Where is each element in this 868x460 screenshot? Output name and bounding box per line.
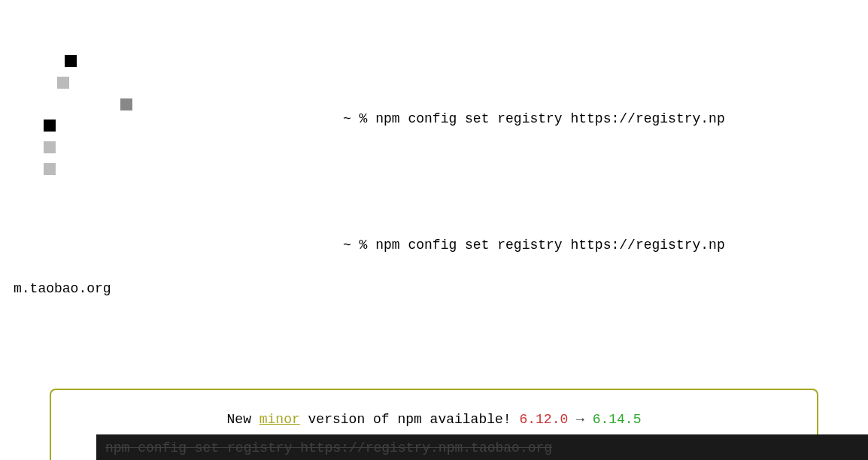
- pixel-block-icon: [44, 163, 56, 175]
- obscured-region: [14, 29, 344, 65]
- text: version of npm available!: [300, 412, 520, 427]
- background-command: npm config set registry https://registry…: [105, 440, 552, 455]
- new-version: 6.14.5: [593, 412, 642, 427]
- minor-keyword: minor: [259, 412, 300, 427]
- pixel-block-icon: [44, 120, 56, 132]
- pixel-block-icon: [65, 55, 77, 67]
- prompt-symbol: ~ %: [343, 238, 375, 253]
- pixel-block-icon: [44, 141, 56, 153]
- text: New: [227, 412, 259, 427]
- background-terminal-strip: npm config set registry https://registry…: [96, 434, 868, 460]
- prompt-symbol: ~ %: [343, 111, 375, 126]
- pixel-block-icon: [120, 98, 132, 110]
- terminal-line: ~ % npm config set registry https://regi…: [343, 108, 854, 130]
- command-text: npm config set registry https://registry…: [375, 238, 724, 253]
- terminal-line: ~ % npm config set registry https://regi…: [343, 235, 854, 256]
- terminal-line: m.taobao.org: [14, 278, 854, 300]
- command-text: npm config set registry https://registry…: [375, 111, 724, 126]
- old-version: 6.12.0: [519, 412, 568, 427]
- command-text-continuation: m.taobao.org: [14, 281, 111, 296]
- arrow-icon: →: [568, 412, 592, 427]
- update-line-1: New minor version of npm available! 6.12…: [66, 408, 802, 432]
- pixel-block-icon: [57, 77, 69, 89]
